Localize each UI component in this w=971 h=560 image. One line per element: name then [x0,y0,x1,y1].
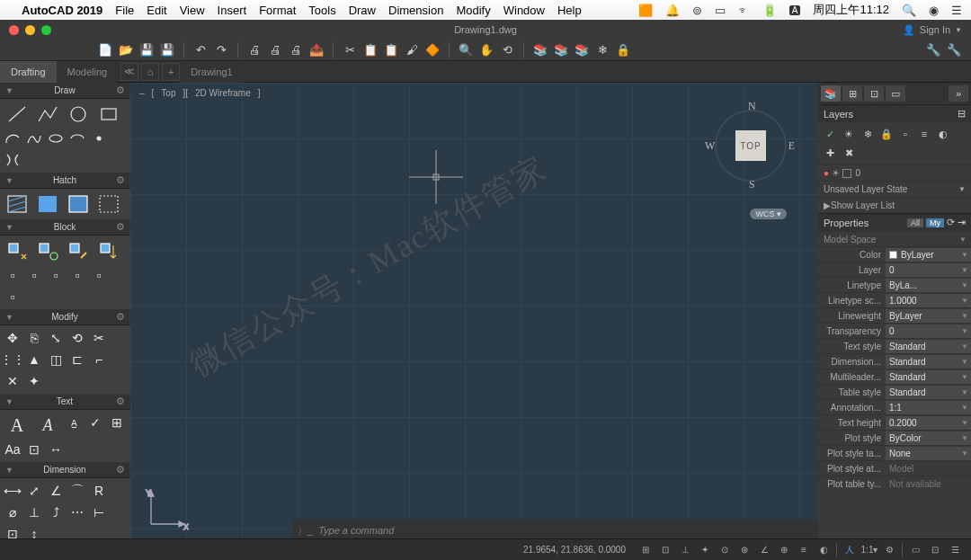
prop-row-lineweight[interactable]: LineweightByLayer▼ [818,307,971,323]
block-sub5[interactable]: ▫ [89,265,109,285]
trim-tool[interactable]: ✂ [89,328,109,348]
app-name[interactable]: AutoCAD 2019 [22,4,102,17]
gear-icon[interactable]: ⚙ [116,221,125,233]
blockeditor-icon[interactable]: 🔶 [424,42,441,58]
palette-header-draw[interactable]: ▼Draw⚙ [0,83,130,99]
move-tool[interactable]: ✥ [3,328,22,348]
close-button[interactable] [9,25,19,35]
plot-icon[interactable]: 🖨 [246,42,263,58]
explode-tool[interactable]: ✦ [24,371,44,391]
dim-ord[interactable]: ⊥ [24,502,44,522]
menu-tools[interactable]: Tools [308,4,335,17]
command-line[interactable]: 〉_ Type a command [292,520,818,540]
tab-modeling[interactable]: Modeling [57,61,119,83]
tab-drawing1[interactable]: Drawing1 [180,61,243,83]
spotlight-icon[interactable]: 🔍 [902,4,916,17]
menu-help[interactable]: Help [557,4,582,17]
prop-row-color[interactable]: ColorByLayer▼ [818,246,971,262]
tab-scroll-left[interactable]: ≪ [120,63,138,81]
dim-linear[interactable]: ⟷ [3,481,22,501]
viewport-label[interactable]: –[Top][2D Wireframe] [139,88,261,98]
prop-row-text-style[interactable]: Text styleStandard▼ [818,338,971,353]
copy-icon[interactable]: 📋 [362,42,379,58]
viewcube[interactable]: TOP N S E W [710,105,791,186]
menu-dimension[interactable]: Dimension [388,4,443,17]
layer-icon[interactable]: 📚 [532,42,548,58]
point-tool[interactable] [89,129,109,148]
menu-edit[interactable]: Edit [147,4,166,17]
text-sub6[interactable]: ↔ [46,440,66,459]
dim-base[interactable]: ⊢ [89,502,109,522]
drawing-canvas[interactable]: –[Top][2D Wireframe] 微信公众号：Mac软件管家 TOP N… [130,83,818,560]
block-sub1[interactable]: ▫ [3,265,22,285]
undo-icon[interactable]: ↶ [192,42,209,58]
layer-lock-icon[interactable]: 🔒 [878,126,895,142]
sb-trans-icon[interactable]: ◐ [815,541,833,559]
sb-custom-icon[interactable]: ☰ [946,541,964,559]
palette-header-modify[interactable]: ▼Modify⚙ [0,309,130,325]
sb-scale[interactable]: 1:1▾ [860,541,878,559]
layerfrz-icon[interactable]: ❄ [594,42,610,58]
sb-snap-icon[interactable]: ⊡ [656,541,674,559]
copy-tool[interactable]: ⎘ [24,328,44,348]
create-block-tool[interactable] [33,238,62,263]
tool1-icon[interactable]: 🔧 [925,42,941,58]
bell-icon[interactable]: 🔔 [665,4,680,17]
block-sub4[interactable]: ▫ [67,265,87,285]
tab-home-icon[interactable]: ⌂ [141,63,159,81]
props-refresh-icon[interactable]: ⟳ [947,217,955,228]
text-sub1[interactable]: A̲ [64,413,84,432]
line-tool[interactable] [3,102,31,127]
sb-otrack-icon[interactable]: ∠ [755,541,773,559]
menu-window[interactable]: Window [503,4,545,17]
wcs-badge[interactable]: WCS ▾ [750,209,787,219]
props-pin-icon[interactable]: ⇥ [958,217,966,228]
palette-header-dimension[interactable]: ▼Dimension⚙ [0,462,130,478]
scale-tool[interactable]: ◫ [46,350,66,369]
tab-add-icon[interactable]: + [162,63,180,81]
prop-row-table-style[interactable]: Table styleStandard▼ [818,384,971,399]
menu-view[interactable]: View [180,4,205,17]
prop-row-plot-style-at-[interactable]: Plot style at...Model [818,460,971,476]
dim-arc[interactable]: ⌒ [67,481,87,501]
layeroff-icon[interactable]: 📚 [574,42,590,58]
layer-new-icon[interactable]: ✚ [822,145,838,161]
dim-radius[interactable]: R [89,481,109,501]
boundary-tool[interactable] [64,191,93,217]
layer-trans-icon[interactable]: ◐ [935,126,951,142]
sb-polar-icon[interactable]: ✦ [696,541,714,559]
publish-icon[interactable]: 🖨 [288,42,304,58]
signin-button[interactable]: 👤 Sign In ▼ [903,24,962,36]
text-sub4[interactable]: Aa [3,440,22,459]
sb-lw-icon[interactable]: ≡ [795,541,813,559]
dim-aligned[interactable]: ⤢ [24,481,44,501]
sb-ortho-icon[interactable]: ⊥ [676,541,694,559]
block-sub3[interactable]: ▫ [46,265,66,285]
prop-row-layer[interactable]: Layer0▼ [818,262,971,277]
input-icon[interactable]: A [789,5,801,15]
palette-header-hatch[interactable]: ▼Hatch⚙ [0,173,130,189]
dim-diameter[interactable]: ⌀ [3,502,22,522]
layer-state-row[interactable]: Unsaved Layer State▼ [818,181,971,197]
layers-collapse-icon[interactable]: ⊟ [958,108,966,120]
menu-draw[interactable]: Draw [349,4,376,17]
prop-row-plot-style[interactable]: Plot styleByColor▼ [818,430,971,445]
menu-modify[interactable]: Modify [456,4,490,17]
dim-angular[interactable]: ∠ [46,481,66,501]
panel-tab-layers-icon[interactable]: 📚 [821,85,841,102]
gear-icon[interactable]: ⚙ [116,311,125,323]
mirror-tool[interactable]: ▲ [24,350,44,369]
array-tool[interactable]: ⋮⋮ [3,350,22,369]
prop-row-dimension-[interactable]: Dimension...Standard▼ [818,353,971,369]
prop-row-plot-table-ty-[interactable]: Plot table ty...Not available [818,476,971,491]
insert-block-tool[interactable] [3,238,31,263]
prop-row-multileader-[interactable]: Multileader...Standard▼ [818,369,971,384]
panel-tab-props-icon[interactable]: ⊞ [842,85,862,102]
dim-cont[interactable]: ⋯ [67,502,87,522]
plot-preview-icon[interactable]: 🖨 [267,42,283,58]
layer-freeze-icon[interactable]: ❄ [860,126,876,142]
ellipse-tool[interactable] [46,129,66,148]
circle-tool[interactable] [64,102,93,127]
layer-color-icon[interactable]: ▫ [897,126,913,142]
paste-icon[interactable]: 📋 [383,42,399,58]
